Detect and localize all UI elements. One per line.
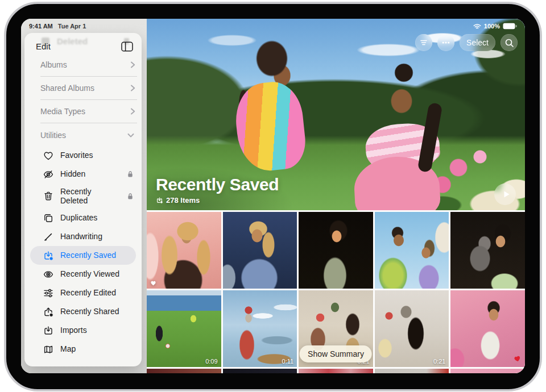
photo-tile-9[interactable]: 0:21 xyxy=(375,290,449,367)
play-button[interactable] xyxy=(494,184,516,205)
sidebar-item-duplicates[interactable]: Duplicates xyxy=(24,208,142,227)
lock-icon xyxy=(127,193,134,200)
shared-albums-label: Shared Albums xyxy=(40,84,94,93)
photo-tile-partial[interactable] xyxy=(147,369,221,373)
lock-icon xyxy=(127,170,134,178)
hero-toolbar: Select xyxy=(415,34,518,51)
hero-photo-detail xyxy=(232,79,308,173)
status-bar-left: 9:41 AM Tue Apr 1 xyxy=(29,23,86,30)
sidebar-toggle-icon[interactable] xyxy=(121,41,133,52)
recently-saved-icon xyxy=(43,250,54,261)
recently-edited-label: Recently Edited xyxy=(60,288,116,297)
more-icon xyxy=(441,38,450,47)
map-icon xyxy=(43,344,54,355)
filter-icon xyxy=(419,38,428,47)
photo-tile-6[interactable]: 0:09 xyxy=(147,290,221,367)
divider xyxy=(40,76,137,77)
sidebar-item-recently-deleted[interactable]: Recently Deleted xyxy=(24,184,142,208)
photo-grid: 0:09 0:11 0:21 Show Summary 0:21 xyxy=(147,212,525,373)
main-content: 100% Select xyxy=(147,19,525,373)
media-types-label: Media Types xyxy=(40,107,85,116)
more-button[interactable] xyxy=(437,34,454,51)
sidebar-section-utilities[interactable]: Utilities xyxy=(40,128,135,143)
recently-saved-label: Recently Saved xyxy=(60,251,116,260)
eye-icon xyxy=(43,269,54,280)
heart-icon xyxy=(43,150,54,161)
recently-deleted-label: Recently Deleted xyxy=(60,187,108,205)
status-bar-right: 100% xyxy=(473,23,517,30)
sidebar-item-hidden[interactable]: Hidden xyxy=(24,165,142,184)
share-clock-icon xyxy=(43,306,54,318)
page-title: Recently Saved xyxy=(156,175,279,194)
sidebar-item-map[interactable]: Map xyxy=(24,340,142,358)
status-time: 9:41 AM xyxy=(29,23,53,30)
sidebar-item-recently-shared[interactable]: Recently Shared xyxy=(24,302,142,321)
photo-tile-partial[interactable] xyxy=(299,369,373,373)
search-button[interactable] xyxy=(500,34,518,51)
sidebar-item-recently-saved[interactable]: Recently Saved xyxy=(30,246,136,265)
photo-tile-1[interactable] xyxy=(147,212,221,289)
select-button[interactable]: Select xyxy=(460,34,495,51)
select-label: Select xyxy=(466,38,489,47)
sidebar-item-shared-albums[interactable]: Shared Albums xyxy=(40,81,136,95)
photo-tile-partial[interactable] xyxy=(375,369,449,373)
chevron-down-icon xyxy=(127,132,135,139)
photo-tile-4[interactable] xyxy=(375,212,449,289)
sidebar-item-imports[interactable]: Imports xyxy=(24,321,142,340)
imports-label: Imports xyxy=(60,326,87,335)
wifi-icon xyxy=(473,23,481,30)
divider xyxy=(40,123,137,123)
chevron-right-icon xyxy=(130,84,136,92)
photo-tile-5[interactable] xyxy=(450,212,525,289)
photo-tile-2[interactable] xyxy=(223,212,297,289)
sidebar-item-favorites[interactable]: Favorites xyxy=(24,146,142,165)
ipad-device-frame: 9:41 AM Tue Apr 1 Deleted Edit Albums xyxy=(5,2,541,391)
eye-slash-icon xyxy=(43,169,54,180)
recently-viewed-label: Recently Viewed xyxy=(60,269,119,278)
divider xyxy=(40,99,137,100)
red-heart-decoration xyxy=(513,355,522,363)
sidebar-item-recently-edited[interactable]: Recently Edited xyxy=(24,283,142,302)
handwriting-label: Handwriting xyxy=(60,232,102,241)
chevron-right-icon xyxy=(130,107,136,115)
battery-icon xyxy=(503,23,517,30)
map-label: Map xyxy=(60,344,76,353)
hero-photo-recently-saved[interactable]: 100% Select xyxy=(147,19,525,210)
trash-icon xyxy=(43,190,54,202)
duplicates-label: Duplicates xyxy=(60,213,97,222)
albums-label: Albums xyxy=(40,60,67,69)
favorites-label: Favorites xyxy=(60,151,93,160)
chevron-right-icon xyxy=(130,61,136,69)
saved-badge-icon xyxy=(156,197,163,204)
sidebar-item-recently-viewed[interactable]: Recently Viewed xyxy=(24,265,142,283)
utilities-label: Utilities xyxy=(40,131,66,140)
video-duration: 0:09 xyxy=(205,358,217,365)
photo-tile-10[interactable] xyxy=(450,290,525,367)
photo-tile-8[interactable]: 0:21 Show Summary xyxy=(299,290,373,367)
sidebar-item-handwriting[interactable]: Handwriting xyxy=(24,227,142,246)
duplicates-icon xyxy=(43,212,54,224)
sidebar-item-albums[interactable]: Albums xyxy=(40,57,136,72)
photo-tile-3[interactable] xyxy=(299,212,373,289)
photo-tile-7[interactable]: 0:11 xyxy=(223,290,297,367)
edit-button[interactable]: Edit xyxy=(36,41,51,51)
sidebar-item-media-types[interactable]: Media Types xyxy=(40,104,136,119)
recently-shared-label: Recently Shared xyxy=(60,307,119,316)
filter-button[interactable] xyxy=(415,34,432,51)
play-icon xyxy=(500,190,511,199)
hidden-label: Hidden xyxy=(60,169,85,178)
status-date: Tue Apr 1 xyxy=(58,23,86,30)
photos-app-screen: 9:41 AM Tue Apr 1 Deleted Edit Albums xyxy=(21,19,525,373)
favorite-heart-icon xyxy=(150,280,156,286)
video-duration: 0:21 xyxy=(433,358,445,365)
pencil-icon xyxy=(43,231,54,243)
sliders-icon xyxy=(43,287,54,299)
items-count-label: 278 Items xyxy=(166,196,200,205)
sidebar-backdrop: 9:41 AM Tue Apr 1 Deleted Edit Albums xyxy=(21,19,147,373)
photo-tile-partial[interactable] xyxy=(450,369,525,373)
video-duration: 0:11 xyxy=(282,358,294,365)
show-summary-button[interactable]: Show Summary xyxy=(300,345,372,362)
photo-tile-partial[interactable] xyxy=(223,369,297,373)
import-icon xyxy=(43,325,54,336)
battery-percent: 100% xyxy=(484,23,500,30)
